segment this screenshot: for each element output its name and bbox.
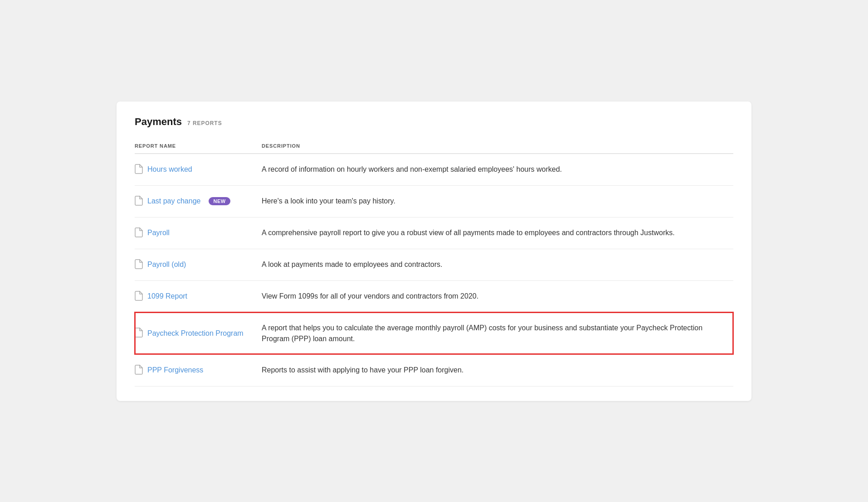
col-report-name: REPORT NAME: [135, 139, 262, 154]
report-description: A look at payments made to employees and…: [262, 249, 733, 280]
new-badge: NEW: [209, 197, 230, 205]
table-header-row: REPORT NAME DESCRIPTION: [135, 139, 733, 154]
description-text: Reports to assist with applying to have …: [262, 366, 463, 374]
document-icon: [135, 227, 143, 239]
report-name-cell: 1099 Report: [135, 280, 262, 312]
report-description: A comprehensive payroll report to give y…: [262, 217, 733, 249]
document-icon: [135, 196, 143, 207]
report-link-hours-worked[interactable]: Hours worked: [147, 165, 192, 174]
section-header: Payments 7 REPORTS: [135, 116, 733, 128]
report-description: A report that helps you to calculate the…: [262, 312, 733, 354]
description-text: A record of information on hourly worker…: [262, 165, 562, 173]
report-name-cell: PPP Forgiveness: [135, 354, 262, 386]
document-icon: [135, 259, 143, 270]
section-title: Payments: [135, 116, 182, 128]
table-row: PPP ForgivenessReports to assist with ap…: [135, 354, 733, 386]
table-row: 1099 ReportView Form 1099s for all of yo…: [135, 280, 733, 312]
document-icon: [135, 291, 143, 302]
report-name-cell: Payroll (old): [135, 249, 262, 280]
report-link-last-pay-change[interactable]: Last pay change: [147, 197, 200, 205]
description-text: A look at payments made to employees and…: [262, 261, 442, 268]
report-name-cell: Paycheck Protection Program: [135, 312, 262, 354]
table-row: Hours workedA record of information on h…: [135, 154, 733, 186]
report-name-cell: Last pay changeNEW: [135, 185, 262, 217]
payments-section: Payments 7 REPORTS REPORT NAME DESCRIPTI…: [117, 101, 751, 401]
report-name-cell: Payroll: [135, 217, 262, 249]
table-row: Last pay changeNEWHere's a look into you…: [135, 185, 733, 217]
report-link-paycheck-protection-program[interactable]: Paycheck Protection Program: [147, 329, 244, 338]
report-count: 7 REPORTS: [187, 120, 222, 126]
document-icon: [135, 164, 143, 175]
report-link-payroll-old[interactable]: Payroll (old): [147, 261, 186, 269]
reports-table: REPORT NAME DESCRIPTION Hours workedA re…: [135, 139, 733, 386]
col-description: DESCRIPTION: [262, 139, 733, 154]
report-description: A record of information on hourly worker…: [262, 154, 733, 186]
table-row: PayrollA comprehensive payroll report to…: [135, 217, 733, 249]
table-row: Paycheck Protection ProgramA report that…: [135, 312, 733, 354]
report-description: Reports to assist with applying to have …: [262, 354, 733, 386]
report-description: View Form 1099s for all of your vendors …: [262, 280, 733, 312]
description-text: Here's a look into your team's pay histo…: [262, 197, 395, 205]
description-text: View Form 1099s for all of your vendors …: [262, 292, 478, 300]
report-description: Here's a look into your team's pay histo…: [262, 185, 733, 217]
report-name-cell: Hours worked: [135, 154, 262, 186]
description-text: A comprehensive payroll report to give y…: [262, 229, 675, 237]
description-text: A report that helps you to calculate the…: [262, 324, 702, 343]
document-icon: [135, 365, 143, 376]
table-row: Payroll (old)A look at payments made to …: [135, 249, 733, 280]
document-icon: [135, 328, 143, 339]
report-link-payroll[interactable]: Payroll: [147, 229, 170, 237]
report-link-ppp-forgiveness[interactable]: PPP Forgiveness: [147, 366, 203, 374]
report-link-1099-report[interactable]: 1099 Report: [147, 292, 187, 300]
